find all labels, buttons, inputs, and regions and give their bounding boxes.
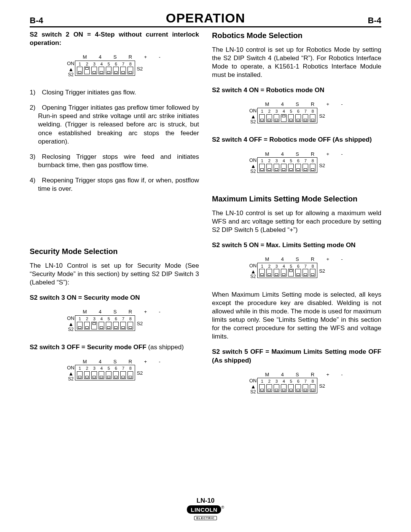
footer-model: LN-10 xyxy=(0,497,411,505)
robotics-mode-body: The LN-10 control is set up for Robotics… xyxy=(212,46,381,79)
dip-diagram-sw5-on: M 4 S R + - ON ▲ S2 12345678 S2 xyxy=(212,256,381,280)
s2-switch5-on-label: S2 switch 5 ON = Max. Limits Setting mod… xyxy=(212,241,381,249)
max-limits-title: Maximum Limits Setting Mode Selection xyxy=(212,194,381,204)
robotics-mode-title: Robotics Mode Selection xyxy=(212,30,381,40)
content-columns: S2 switch 2 ON = 4-Step without current … xyxy=(30,30,381,406)
max-limits-note: When Maximum Limits Setting mode is sele… xyxy=(212,291,381,341)
s2-switch5-off-label: S2 switch 5 OFF = Maximum Limits Setting… xyxy=(212,348,381,364)
step-4: 4) Reopening Trigger stops gas flow if, … xyxy=(30,176,199,193)
s2-switch4-off-label: S2 switch 4 OFF = Robotics mode OFF (As … xyxy=(212,136,381,144)
header-title: OPERATION xyxy=(53,11,358,26)
dip-diagram-sw3-on: M 4 S R + - ON ▲ S2 12345678 S2 xyxy=(30,309,199,332)
dip-diagram-sw4-off: M 4 S R + - ON ▲ S2 12345678 S2 xyxy=(212,151,381,175)
dip-diagram-sw4-on: M 4 S R + - ON ▲ S2 12345678 S2 xyxy=(212,101,381,125)
max-limits-body: The LN-10 control is set up for allowing… xyxy=(212,209,381,234)
s2-switch3-off-tail: (as shipped) xyxy=(147,343,184,351)
lincoln-logo: LINCOLN xyxy=(187,505,221,514)
dip-diagram-sw5-off: M 4 S R + - ON ▲ S2 12345678 S2 xyxy=(212,372,381,395)
right-column: Robotics Mode Selection The LN-10 contro… xyxy=(212,30,381,406)
header-right: B-4 xyxy=(358,16,381,26)
electric-badge: ELECTRIC xyxy=(194,516,217,520)
left-column: S2 switch 2 ON = 4-Step without current … xyxy=(30,30,199,406)
registered-icon: ® xyxy=(221,505,224,510)
logo-text: LINCOLN xyxy=(191,506,217,513)
step-1: 1) Closing Trigger initiates gas flow. xyxy=(30,88,199,97)
s2-switch3-on-label: S2 switch 3 ON = Security mode ON xyxy=(30,294,199,302)
security-mode-body: The LN-10 Control is set up for Security… xyxy=(30,262,199,287)
four-step-list: 1) Closing Trigger initiates gas flow. 2… xyxy=(30,88,199,193)
page-footer: LN-10 LINCOLN ® ELECTRIC xyxy=(0,497,411,521)
s2-switch3-off-bold: S2 switch 3 OFF = Security mode OFF xyxy=(30,343,147,351)
dip-diagram-sw3-off: M 4 S R + - ON ▲ S2 12345678 S2 xyxy=(30,359,199,382)
page-header: B-4 OPERATION B-4 xyxy=(30,11,381,27)
header-left: B-4 xyxy=(30,16,53,26)
step-2: 2) Opening Trigger initiates gas preflow… xyxy=(30,104,199,145)
dip-diagram-sw2-on: M 4 S R + - ON ▲ S2 12345678 S2 xyxy=(30,54,199,78)
s2-switch2-heading: S2 switch 2 ON = 4-Step without current … xyxy=(30,30,199,47)
security-mode-title: Security Mode Selection xyxy=(30,246,199,256)
step-3: 3) Reclosing Trigger stops wire feed and… xyxy=(30,153,199,169)
s2-switch4-on-label: S2 switch 4 ON = Robotics mode ON xyxy=(212,86,381,94)
s2-switch3-off-label: S2 switch 3 OFF = Security mode OFF (as … xyxy=(30,343,199,351)
